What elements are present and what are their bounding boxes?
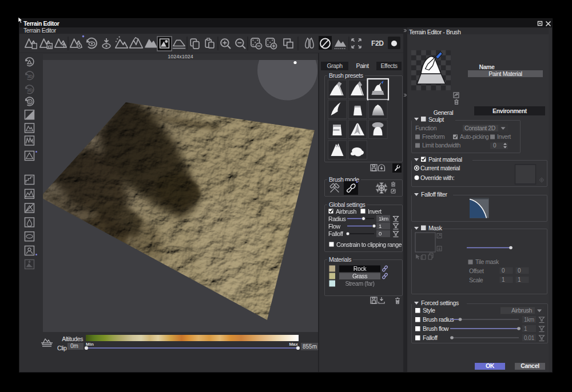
svg-text:1: 1 xyxy=(379,223,382,229)
svg-text:Offset: Offset xyxy=(469,267,484,274)
svg-text:1km: 1km xyxy=(524,317,534,323)
svg-text:0: 0 xyxy=(493,142,496,149)
svg-text:Flow: Flow xyxy=(328,223,340,230)
svg-text:Grass: Grass xyxy=(352,273,367,279)
svg-text:0: 0 xyxy=(518,267,521,274)
svg-text:Freeform: Freeform xyxy=(422,133,445,140)
svg-text:Airbrush: Airbrush xyxy=(336,208,356,215)
svg-text:Constant 2D: Constant 2D xyxy=(464,125,496,131)
svg-text:Mask: Mask xyxy=(428,225,443,231)
svg-text:Brush flow: Brush flow xyxy=(423,325,449,332)
svg-text:Auto-picking: Auto-picking xyxy=(460,134,488,140)
svg-text:Invert: Invert xyxy=(497,133,511,140)
svg-text:Scale: Scale xyxy=(469,277,483,283)
svg-text:0: 0 xyxy=(379,230,382,237)
svg-text:Falloff: Falloff xyxy=(328,230,343,237)
svg-text:Radius: Radius xyxy=(328,215,345,222)
svg-text:Forced settings: Forced settings xyxy=(421,299,459,306)
svg-text:0: 0 xyxy=(502,267,505,274)
svg-text:Paint material: Paint material xyxy=(428,156,462,163)
svg-text:Override with:: Override with: xyxy=(420,174,454,181)
svg-text:Function: Function xyxy=(415,125,437,131)
svg-text:Airbrush: Airbrush xyxy=(511,307,532,314)
svg-text:Rock: Rock xyxy=(353,265,367,272)
svg-text:Sculpt: Sculpt xyxy=(428,116,444,123)
svg-text:Falloff filter: Falloff filter xyxy=(421,191,447,198)
svg-text:1km: 1km xyxy=(379,215,388,222)
svg-text:Constrain to clipping range: Constrain to clipping range xyxy=(336,241,402,248)
svg-text:Current material: Current material xyxy=(420,165,460,171)
svg-text:Limit bandwidth: Limit bandwidth xyxy=(422,142,461,149)
svg-text:Tile mask: Tile mask xyxy=(475,258,499,265)
svg-text:1: 1 xyxy=(518,277,521,283)
svg-text:Stream (far): Stream (far) xyxy=(345,280,374,287)
svg-text:Style: Style xyxy=(423,307,435,314)
svg-text:1: 1 xyxy=(502,277,505,283)
svg-text:1: 1 xyxy=(524,326,527,332)
svg-text:0.01: 0.01 xyxy=(524,335,535,341)
svg-text:Brush radius: Brush radius xyxy=(423,316,454,323)
svg-text:Invert: Invert xyxy=(368,208,382,215)
svg-text:Falloff: Falloff xyxy=(423,334,438,341)
